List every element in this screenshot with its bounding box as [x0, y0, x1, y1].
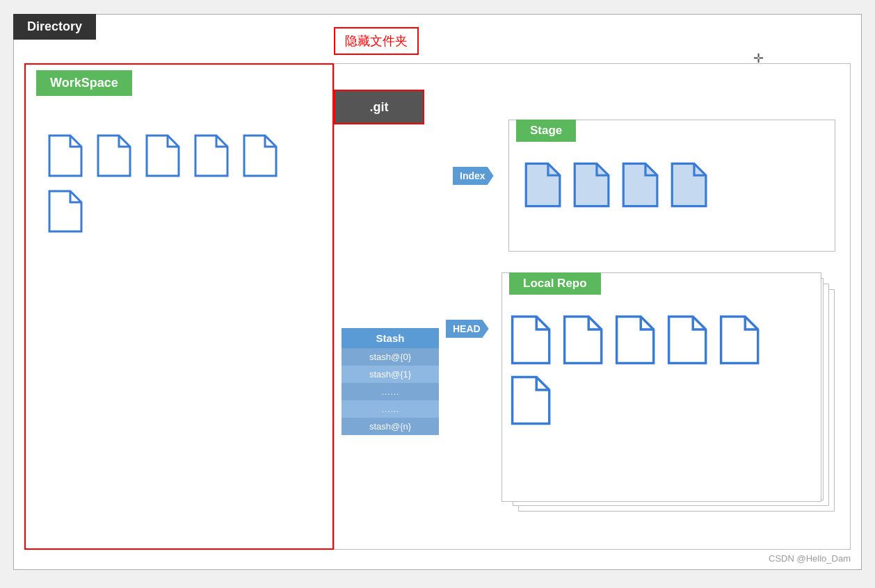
stage-file-2	[572, 162, 610, 208]
repo-file-3	[613, 315, 655, 365]
local-repo-label: Local Repo	[509, 272, 601, 295]
directory-label: Directory	[13, 14, 96, 40]
git-area: Index Stage	[334, 63, 851, 550]
hidden-folder-label: 隐藏文件夹	[334, 27, 419, 55]
git-folder-label: .git	[334, 90, 424, 124]
workspace-files	[40, 127, 304, 240]
stash-item-1: stash@{1}	[342, 366, 439, 383]
head-arrow: HEAD	[446, 320, 489, 338]
repo-file-1	[509, 315, 551, 365]
workspace-file-1	[47, 134, 83, 177]
stash-item-2: ……	[342, 383, 439, 400]
local-repo-stack: Local Repo	[501, 272, 842, 523]
repo-file-4	[666, 315, 707, 365]
workspace-file-5	[241, 134, 278, 177]
stage-files	[523, 162, 707, 208]
stash-item-n: stash@{n}	[342, 418, 439, 435]
stash-item-0: stash@{0}	[342, 348, 439, 366]
workspace-label: WorkSpace	[36, 70, 132, 96]
local-repo-main: Local Repo	[501, 272, 821, 502]
workspace-file-6	[47, 190, 83, 233]
repo-file-2	[561, 315, 603, 365]
stage-label: Stage	[516, 120, 576, 142]
watermark: CSDN @Hello_Dam	[769, 553, 851, 564]
main-diagram: Directory 隐藏文件夹 ✛ WorkSpace	[13, 14, 862, 570]
stage-file-3	[620, 162, 659, 208]
stash-box: Stash stash@{0} stash@{1} …… …… stash@{n…	[342, 328, 439, 435]
repo-files	[509, 315, 801, 425]
index-arrow: Index	[453, 167, 494, 185]
stage-file-4	[669, 162, 707, 208]
stage-file-1	[523, 162, 561, 208]
stage-box: Stage	[508, 120, 835, 252]
repo-file-6	[509, 375, 551, 425]
stash-item-3: ……	[342, 400, 439, 418]
workspace-file-4	[193, 134, 229, 177]
workspace-file-2	[95, 134, 131, 177]
workspace-file-3	[144, 134, 180, 177]
stash-header: Stash	[342, 328, 439, 348]
workspace-section: WorkSpace	[24, 63, 334, 550]
repo-file-5	[718, 315, 760, 365]
